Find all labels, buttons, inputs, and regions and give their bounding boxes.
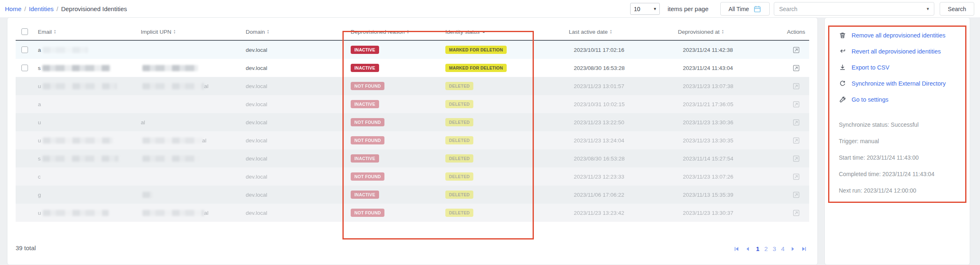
table-row: sdev.localINACTIVEDELETED2023/08/30 16:5… [16,149,809,167]
breadcrumb-separator: / [56,5,58,12]
sort-icon[interactable]: ▴▾ [54,29,56,34]
cell-deprovisioned-at: 2023/11/23 13:30:37 [672,204,781,222]
column-header-last-active-date[interactable]: Last active date▴▾ [563,29,672,35]
select-all-checkbox[interactable] [21,28,28,35]
sidebar-action-synchronize-with-external-directory[interactable]: Synchronize with External Directory [839,78,970,89]
external-link-icon[interactable] [792,82,800,90]
redacted-upn [142,192,153,198]
sidebar-action-revert-all-deprovisioned-identities[interactable]: Revert all deprovisioned identities [839,46,970,57]
cell-actions [781,131,809,149]
sort-icon[interactable]: ▴▾ [407,29,409,34]
column-header-deprovisioned-reason[interactable]: Deprovisioned reason▴▾ [345,29,440,35]
external-link-icon[interactable] [792,46,800,54]
column-header-actions[interactable]: Actions [781,29,813,35]
row-checkbox[interactable] [21,65,28,71]
cell-identity-status: DELETED [440,149,563,167]
column-header-identity-status[interactable]: Identity status▲ [440,29,563,35]
sync-status-line: Trigger: manual [839,138,970,144]
sidebar-action-go-to-settings[interactable]: Go to settings [839,94,970,105]
email-prefix: u [38,119,41,126]
external-link-icon[interactable] [792,173,800,181]
column-header-implicit-upn[interactable]: Implicit UPN▴▾ [135,29,240,35]
external-link-icon[interactable] [792,119,800,126]
cell-email: u [32,77,135,95]
cell-email: a [32,95,135,113]
chevron-down-icon[interactable]: ▾ [926,6,934,12]
page-size-select[interactable]: 10 ▾ [630,3,660,15]
last-page-icon[interactable] [801,246,808,252]
previous-page-icon[interactable] [745,246,751,252]
cell-implicit-upn: al [135,131,240,149]
last-active-value: 2023/08/30 16:53:28 [574,65,625,71]
table-row: sdev.localINACTIVEMARKED FOR DELETION202… [16,59,809,77]
sidebar-panel: Remove all deprovisioned identitiesRever… [824,17,970,265]
upn-tail: al [202,137,207,144]
external-link-icon[interactable] [792,155,800,163]
external-link-icon[interactable] [792,64,800,72]
cell-deprovisioned-at: 2023/11/14 15:27:54 [672,149,781,167]
external-link-icon[interactable] [792,209,800,217]
page-number-2[interactable]: 2 [764,245,768,252]
table-row: adev.localINACTIVEMARKED FOR DELETION202… [16,41,809,59]
sync-status-block: Synchronize status: SuccessfulTrigger: m… [839,121,970,194]
page-number-1[interactable]: 1 [756,245,759,252]
sort-ascending-icon[interactable]: ▲ [482,30,485,34]
domain-value: dev.local [246,174,267,180]
cell-last-active-date: 2023/11/23 13:01:57 [563,77,672,95]
status-badge: DELETED [445,172,473,181]
cell-deprovisioned-reason: INACTIVE [345,149,440,167]
breadcrumb-item-home[interactable]: Home [5,5,21,12]
next-page-icon[interactable] [789,246,796,252]
search-input[interactable] [774,6,926,12]
cell-implicit-upn [135,59,240,77]
cell-last-active-date: 2023/08/30 16:53:28 [563,59,672,77]
cell-deprovisioned-reason: INACTIVE [345,186,440,204]
external-link-icon[interactable] [792,137,800,144]
domain-value: dev.local [246,119,267,126]
cell-email: c [32,167,135,186]
sort-icon[interactable]: ▴▾ [722,29,724,34]
sort-icon[interactable]: ▴▾ [610,29,612,34]
column-header-email[interactable]: Email▴▾ [32,29,135,35]
email-prefix: a [38,101,41,107]
page-number-4[interactable]: 4 [781,245,784,252]
date-filter-button[interactable]: All Time [720,2,770,16]
cell-implicit-upn: al [135,113,240,131]
sidebar-action-export-to-csv[interactable]: Export to CSV [839,62,970,73]
breadcrumb-separator: / [24,5,26,12]
cell-checkbox [16,167,32,186]
column-header-deprovisioned-at[interactable]: Deprovisioned at▴▾ [672,29,781,35]
sort-icon[interactable]: ▴▾ [268,29,269,34]
first-page-icon[interactable] [733,246,740,252]
page-number-3[interactable]: 3 [773,245,776,252]
column-header-label: Deprovisioned at [678,29,719,35]
search-button[interactable]: Search [940,2,974,16]
cell-implicit-upn [135,186,240,204]
redacted-email [42,65,110,71]
deprovisioned-at-value: 2023/11/23 13:30:36 [683,119,733,126]
sidebar-action-remove-all-deprovisioned-identities[interactable]: Remove all deprovisioned identities [839,30,970,41]
table-row: ualdev.localNOT FOUNDDELETED2023/11/23 1… [16,131,809,149]
sort-icon[interactable]: ▴▾ [174,29,175,34]
last-active-value: 2023/11/23 13:24:04 [574,137,624,144]
sidebar-action-label: Remove all deprovisioned identities [852,32,945,39]
trash-icon [839,32,846,39]
reason-badge: INACTIVE [351,191,379,199]
top-bar: Home/Identities/Deprovisioned Identities… [0,0,980,17]
sidebar-action-label: Go to settings [852,96,888,103]
row-checkbox[interactable] [21,46,28,53]
date-filter-label: All Time [729,6,749,12]
cell-email: u [32,131,135,149]
column-header-domain[interactable]: Domain▴▾ [240,29,345,35]
domain-value: dev.local [246,192,267,198]
table-header-row: Email▴▾Implicit UPN▴▾Domain▴▾Deprovision… [16,23,809,41]
external-link-icon[interactable] [792,191,800,199]
cell-identity-status: DELETED [440,186,563,204]
last-active-value: 2023/10/11 17:02:16 [574,47,624,53]
external-link-icon[interactable] [792,100,800,108]
domain-value: dev.local [246,101,267,107]
cell-deprovisioned-reason: NOT FOUND [345,77,440,95]
column-header-label: Deprovisioned reason [351,29,405,35]
cell-checkbox [16,186,32,204]
breadcrumb-item-identities[interactable]: Identities [29,5,54,12]
